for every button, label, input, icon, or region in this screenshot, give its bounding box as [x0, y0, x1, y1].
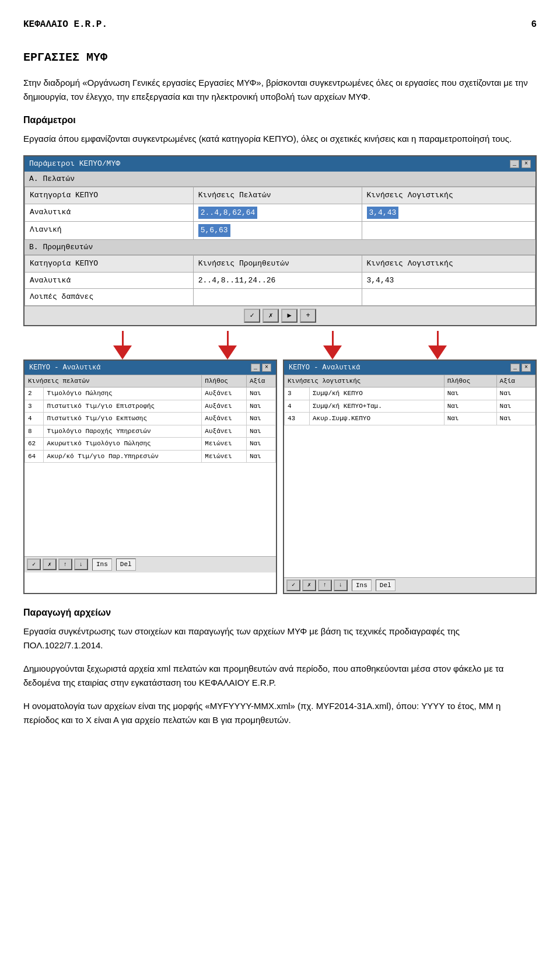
left-up-btn[interactable]: ↑: [58, 558, 72, 570]
section-a-table: Κατηγορία ΚΕΠΥΟ Κινήσεις Πελατών Κινήσει…: [24, 187, 536, 240]
right-save-btn[interactable]: ✓: [286, 580, 300, 591]
row-desc: Συμψ/κή ΚΕΠΥΟ+Ταμ.: [309, 400, 444, 413]
add-toolbar-btn[interactable]: +: [300, 309, 316, 323]
row-plithos: Αυξάνει: [202, 400, 247, 413]
row-desc: Ακυρ/κό Τιμ/γιο Παρ.Υπηρεσιών: [44, 450, 202, 463]
arrow-left: [113, 331, 132, 359]
left-del-label: Del: [116, 558, 136, 571]
page-number: 6: [531, 18, 537, 32]
right-ins-label: Ins: [352, 580, 372, 592]
category-loipes: Λοιπές δαπάνες: [25, 289, 194, 306]
params-window-controls: _ ×: [510, 160, 531, 168]
right-down-btn[interactable]: ↓: [334, 580, 348, 591]
left-col-plithos: Πλήθος: [202, 375, 247, 388]
left-col-axia: Αξία: [246, 375, 275, 388]
table-row: 4 Συμψ/κή ΚΕΠΥΟ+Ταμ. Ναι Ναι: [285, 400, 536, 413]
row-num: 3: [285, 388, 310, 400]
right-subwindow-titlebar: ΚΕΠΥΟ - Αναλυτικά _ ×: [284, 361, 536, 375]
table-row: Αναλυτικά 2..4,8..11,24..26 3,4,43: [25, 272, 536, 289]
kiniseis-analytika-b: 2..4,8..11,24..26: [193, 272, 362, 289]
table-row: Αναλυτικά 2..4,8,62,64 3,4,43: [25, 204, 536, 222]
table-row: 8 Τιμολόγιο Παροχής Υπηρεσιών Αυξάνει Να…: [25, 425, 276, 438]
table-row: Λιανική 5,6,63: [25, 222, 536, 240]
naming-text: Η ονοματολογία των αρχείων είναι της μορ…: [23, 699, 537, 727]
minimize-button[interactable]: _: [510, 160, 519, 168]
row-plithos: Ναι: [444, 388, 496, 400]
table-row: 62 Ακυρωτικό Τιμολόγιο Πώλησης Μειώνει Ν…: [25, 438, 276, 451]
kiniseis-loipes: [193, 289, 362, 306]
params-window: Παράμετροι ΚΕΠΥΟ/ΜΥΦ _ × Α. Πελατών Κατη…: [23, 155, 537, 326]
chapter-title: ΚΕΦΑΛΑΙΟ E.R.P.: [23, 18, 537, 32]
col-header-logistikis-b: Κινήσεις Λογιστικής: [362, 256, 536, 273]
table-row: 3 Συμψ/κή ΚΕΠΥΟ Ναι Ναι: [285, 388, 536, 400]
table-row: 64 Ακυρ/κό Τιμ/γιο Παρ.Υπηρεσιών Μειώνει…: [25, 450, 276, 463]
next-toolbar-btn[interactable]: ▶: [281, 309, 298, 323]
row-axia: Ναι: [246, 438, 275, 451]
intro-text: Στην διαδρομή «Οργάνωση Γενικές εργασίες…: [23, 76, 537, 104]
left-save-btn[interactable]: ✓: [27, 558, 41, 570]
params-toolbar: ✓ ✗ ▶ +: [24, 306, 536, 325]
left-col-kiniseis: Κινήσεις πελατών: [25, 375, 202, 388]
section-a-header: Α. Πελατών: [24, 172, 536, 187]
arrow-right: [323, 331, 342, 359]
table-row: 3 Πιστωτικό Τιμ/γιο Επιστροφής Αυξάνει Ν…: [25, 400, 276, 413]
right-close-btn[interactable]: ×: [522, 364, 531, 372]
row-axia: Ναι: [496, 413, 535, 425]
table-row: 2 Τιμολόγιο Πώλησης Αυξάνει Ναι: [25, 388, 276, 400]
params-window-titlebar: Παράμετροι ΚΕΠΥΟ/ΜΥΦ _ ×: [24, 156, 536, 172]
row-num: 64: [25, 450, 44, 463]
table-row: 4 Πιστωτικό Τιμ/γιο Εκπτωσης Αυξάνει Ναι: [25, 413, 276, 425]
row-axia: Ναι: [246, 388, 275, 400]
right-col-plithos: Πλήθος: [444, 375, 496, 388]
row-axia: Ναι: [246, 450, 275, 463]
row-plithos: Μειώνει: [202, 450, 247, 463]
left-close-btn[interactable]: ×: [262, 364, 271, 372]
left-cancel-btn[interactable]: ✗: [43, 558, 57, 570]
row-desc: Ακυρ.Συμψ.ΚΕΠΥΟ: [309, 413, 444, 425]
arrow-middle: [218, 331, 237, 359]
category-lianikh: Λιανική: [25, 222, 194, 240]
cancel-toolbar-btn[interactable]: ✗: [262, 309, 279, 323]
col-header-category-b: Κατηγορία ΚΕΠΥΟ: [25, 256, 194, 273]
col-header-kiniseis-pelaton: Κινήσεις Πελατών: [193, 187, 362, 204]
row-axia: Ναι: [246, 425, 275, 438]
logistikis-lianikh: [362, 222, 536, 240]
save-toolbar-btn[interactable]: ✓: [244, 309, 260, 323]
section-title: ΕΡΓΑΣΙΕΣ ΜΥΦ: [23, 49, 537, 67]
section-b-table: Κατηγορία ΚΕΠΥΟ Κινήσεις Προμηθευτών Κιν…: [24, 255, 536, 306]
row-num: 2: [25, 388, 44, 400]
logistikis-analytika: 3,4,43: [362, 204, 536, 222]
left-subwindow-toolbar: ✓ ✗ ↑ ↓ Ins Del: [24, 556, 276, 572]
row-num: 62: [25, 438, 44, 451]
left-down-btn[interactable]: ↓: [74, 558, 88, 570]
xml-text: Δημιουργούνται ξεχωριστά αρχεία xml πελα…: [23, 662, 537, 690]
row-plithos: Αυξάνει: [202, 413, 247, 425]
right-up-btn[interactable]: ↑: [318, 580, 332, 591]
production-title: Παραγωγή αρχείων: [23, 606, 537, 620]
left-kiniseis-table: Κινήσεις πελατών Πλήθος Αξία 2 Τιμολόγιο…: [24, 375, 276, 463]
row-plithos: Ναι: [444, 400, 496, 413]
col-header-logistikis-a: Κινήσεις Λογιστικής: [362, 187, 536, 204]
col-header-category-a: Κατηγορία ΚΕΠΥΟ: [25, 187, 194, 204]
right-subwindow-title: ΚΕΠΥΟ - Αναλυτικά: [289, 362, 360, 373]
row-num: 43: [285, 413, 310, 425]
row-desc: Τιμολόγιο Παροχής Υπηρεσιών: [44, 425, 202, 438]
row-num: 8: [25, 425, 44, 438]
close-button[interactable]: ×: [522, 160, 531, 168]
params-subtitle: Παράμετροι: [23, 113, 537, 127]
kiniseis-analytika: 2..4,8,62,64: [193, 204, 362, 222]
row-plithos: Μειώνει: [202, 438, 247, 451]
row-axia: Ναι: [246, 413, 275, 425]
row-num: 3: [25, 400, 44, 413]
right-subwindow-toolbar: ✓ ✗ ↑ ↓ Ins Del: [284, 577, 536, 594]
left-subwindow-titlebar: ΚΕΠΥΟ - Αναλυτικά _ ×: [24, 361, 276, 375]
row-num: 4: [285, 400, 310, 413]
left-ins-label: Ins: [92, 558, 112, 571]
category-analytika-b: Αναλυτικά: [25, 272, 194, 289]
table-row: 43 Ακυρ.Συμψ.ΚΕΠΥΟ Ναι Ναι: [285, 413, 536, 425]
right-kiniseis-table: Κινήσεις λογιστικής Πλήθος Αξία 3 Συμψ/κ…: [284, 375, 536, 425]
right-cancel-btn[interactable]: ✗: [302, 580, 316, 591]
right-minimize-btn[interactable]: _: [510, 364, 520, 372]
left-minimize-btn[interactable]: _: [251, 364, 260, 372]
right-col-kiniseis: Κινήσεις λογιστικής: [285, 375, 444, 388]
